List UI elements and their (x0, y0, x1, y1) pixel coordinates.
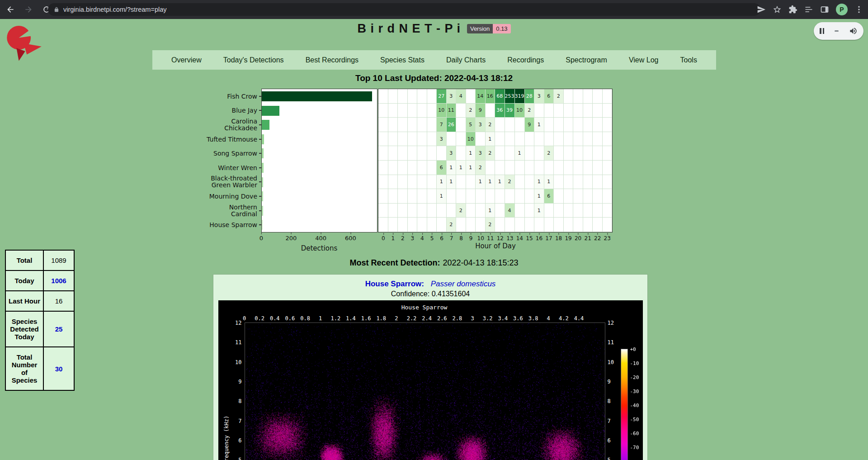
heatmap-cell (525, 189, 535, 204)
species-label: Fish Crow (207, 93, 257, 100)
detections-bar (262, 120, 269, 130)
heatmap-cell (388, 132, 398, 147)
forward-button[interactable] (21, 2, 36, 17)
heatmap-cell (554, 175, 564, 190)
address-bar[interactable]: virginia.birdnetpi.com/?stream=play (48, 3, 760, 16)
heatmap-cell: 10 (466, 132, 476, 147)
list-icon[interactable] (804, 5, 813, 14)
heatmap-cell (505, 132, 515, 147)
heatmap-cell (593, 189, 603, 204)
heatmap-cell (505, 218, 515, 232)
nav-item-spectrogram[interactable]: Spectrogram (566, 56, 607, 64)
hour-tick: 8 (459, 235, 463, 242)
spectro-y-tick: 5 (608, 457, 611, 460)
heatmap-cell: 1 (486, 132, 495, 147)
detection-species-link[interactable]: House Sparrow: (365, 280, 424, 288)
nav-item-overview[interactable]: Overview (171, 56, 202, 64)
profile-avatar[interactable]: P (836, 4, 848, 15)
stat-label: Species Detected Today (5, 311, 43, 347)
hour-tick: 5 (430, 235, 434, 242)
volume-icon[interactable] (849, 27, 858, 35)
hour-tick: 7 (450, 235, 453, 242)
pause-button[interactable] (820, 28, 824, 34)
heatmap-cell (476, 189, 486, 204)
bar-x-tick: 600 (345, 235, 356, 242)
heatmap-cell (398, 132, 408, 147)
menu-dots-icon[interactable] (854, 5, 863, 14)
heatmap-cell (388, 118, 398, 132)
heatmap-cell (603, 204, 613, 218)
heatmap-cell (447, 189, 457, 204)
heatmap-cell: 2 (544, 146, 554, 161)
spectro-yticks-right: 12111098765 (608, 300, 621, 460)
stat-value[interactable]: 1006 (43, 270, 74, 291)
stats-table: Total1089Today1006Last Hour16Species Det… (5, 250, 75, 391)
hour-tick: 16 (536, 235, 542, 242)
nav-item-recordings[interactable]: Recordings (507, 56, 544, 64)
spectro-plot (245, 322, 605, 460)
heatmap-cell (417, 204, 427, 218)
nav-item-species-stats[interactable]: Species Stats (380, 56, 425, 64)
detection-confidence: Confidence: 0.41351604 (213, 289, 647, 298)
heatmap-cell (417, 175, 427, 190)
heatmap-cell (564, 118, 574, 132)
heatmap-cell (603, 89, 613, 104)
heatmap-cell (583, 132, 593, 147)
heatmap-cell (398, 204, 408, 218)
heatmap-cell (476, 204, 486, 218)
heatmap-cell: 5 (466, 118, 476, 132)
spectro-x-tick: 4 (547, 315, 550, 322)
heatmap-cell: 1 (534, 189, 544, 204)
species-label: Black-throated Green Warbler (207, 175, 257, 189)
heatmap-cell (505, 146, 515, 161)
hour-tick: 22 (594, 235, 601, 242)
recent-value: 2022-04-13 18:15:23 (443, 258, 518, 267)
spectro-y-tick: 10 (608, 359, 614, 365)
heatmap-cell (603, 104, 613, 118)
heatmap-cell (593, 175, 603, 190)
species-label: House Sparrow (207, 222, 257, 228)
spectro-x-tick: 0.6 (285, 315, 295, 322)
heatmap-cell: 1 (466, 146, 476, 161)
extensions-icon[interactable] (788, 5, 797, 14)
heatmap-cell (388, 189, 398, 204)
spectrogram-title: House Sparrow (401, 304, 448, 311)
hour-tick: 20 (575, 235, 581, 242)
spectro-y-tick: 8 (238, 398, 241, 404)
send-icon[interactable] (757, 5, 766, 14)
spectro-x-tick: 2.8 (453, 315, 462, 322)
nav-item-tools[interactable]: Tools (680, 56, 697, 64)
colorbar-tick: -70 (630, 445, 639, 451)
heatmap-cell (554, 204, 564, 218)
stat-value[interactable]: 25 (43, 311, 74, 347)
nav-item-today-s-detections[interactable]: Today's Detections (223, 56, 284, 64)
heatmap-cell (398, 118, 408, 132)
heatmap-cell (378, 218, 388, 232)
nav-item-daily-charts[interactable]: Daily Charts (446, 56, 486, 64)
heatmap-cell: 28 (525, 89, 535, 104)
heatmap-cell (427, 218, 437, 232)
stat-label: Last Hour (5, 291, 43, 311)
nav-item-best-recordings[interactable]: Best Recordings (306, 56, 359, 64)
heatmap-cell: 2 (476, 161, 486, 175)
heatmap-cell: 2 (486, 146, 495, 161)
nav-item-view-log[interactable]: View Log (629, 56, 659, 64)
heatmap-cell (417, 161, 427, 175)
heatmap-cell (417, 104, 427, 118)
heatmap-cell (544, 118, 554, 132)
stat-value[interactable]: 30 (43, 347, 74, 390)
heatmap-cell (554, 189, 564, 204)
bookmark-star-icon[interactable] (773, 5, 782, 14)
heatmap-cell (593, 161, 603, 175)
hour-tick: 3 (411, 235, 415, 242)
spectro-x-tick: 3.6 (513, 315, 523, 322)
heatmap-cell (437, 204, 447, 218)
heatmap-cell: 1 (534, 175, 544, 190)
audio-timeline[interactable] (835, 30, 839, 32)
hour-tick: 18 (555, 235, 562, 242)
heatmap-cell (573, 218, 583, 232)
back-button[interactable] (3, 2, 18, 17)
heatmap-cell: 253 (505, 89, 515, 104)
heatmap-cell: 14 (476, 89, 486, 104)
side-panel-icon[interactable] (820, 5, 829, 14)
